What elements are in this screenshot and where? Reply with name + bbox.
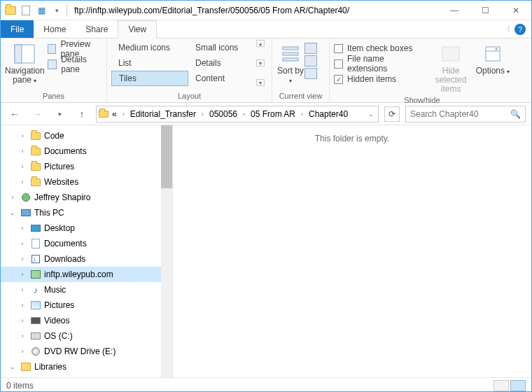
qat-newfolder-icon[interactable]: ▦ xyxy=(34,4,48,18)
camera-roll-icon xyxy=(30,377,41,377)
title-bar: ▦ ▾ ftp://inftp.wileypub.com/Editorial_T… xyxy=(1,1,531,20)
tree-code[interactable]: ›Code xyxy=(1,128,172,144)
recent-locations-button[interactable]: ▾ xyxy=(51,106,68,122)
svg-rect-4 xyxy=(283,58,298,61)
pictures-icon xyxy=(30,300,41,311)
layout-small-icons[interactable]: Small icons xyxy=(188,40,255,55)
tree-user[interactable]: ›Jeffrey Shapiro xyxy=(1,190,172,205)
user-icon xyxy=(20,192,31,203)
breadcrumb-4[interactable]: Chapter40 xyxy=(306,109,351,119)
qat-customize-icon[interactable]: ▾ xyxy=(50,4,64,18)
tree-scrollbar[interactable] xyxy=(161,125,172,377)
breadcrumb-overflow[interactable]: «› xyxy=(109,109,127,119)
svg-rect-3 xyxy=(283,52,298,55)
show-hide-group-label: Show/hide xyxy=(334,94,510,106)
qat-properties-icon[interactable] xyxy=(19,4,33,18)
ribbon: Navigation pane ▾ Preview pane Details p… xyxy=(1,38,531,103)
address-bar-row: ← → ▾ ↑ «› Editorial_Transfer› 050056› 0… xyxy=(1,103,531,125)
hide-selected-icon xyxy=(440,43,462,65)
close-button[interactable]: ✕ xyxy=(500,1,531,20)
folder-icon xyxy=(30,161,41,172)
preview-pane-icon xyxy=(48,44,57,54)
desktop-icon xyxy=(30,223,41,234)
app-icon xyxy=(4,4,18,18)
options-label: Options ▾ xyxy=(476,66,510,76)
address-bar[interactable]: «› Editorial_Transfer› 050056› 05 From A… xyxy=(96,106,379,122)
sort-by-label: Sort by ▾ xyxy=(276,66,304,85)
layout-medium-icons[interactable]: Medium icons xyxy=(111,40,188,55)
navigation-tree[interactable]: ›Code ›Documents ›Pictures ›Websites ›Je… xyxy=(1,125,173,377)
layout-content[interactable]: Content xyxy=(188,71,255,86)
menu-share[interactable]: Share xyxy=(76,20,118,38)
address-bar-dropdown-icon[interactable]: ⌄ xyxy=(365,111,377,118)
navigation-pane-button[interactable]: Navigation pane ▾ xyxy=(5,40,45,85)
options-button[interactable]: Options ▾ xyxy=(475,40,510,76)
options-icon xyxy=(482,43,504,65)
navigation-pane-label: Navigation pane ▾ xyxy=(5,66,45,85)
breadcrumb-1[interactable]: Editorial_Transfer› xyxy=(127,109,206,119)
layout-tiles[interactable]: Tiles xyxy=(111,71,188,86)
tree-music[interactable]: ›Music xyxy=(1,282,172,298)
menu-file[interactable]: File xyxy=(1,20,34,38)
tree-os-c[interactable]: ›OS (C:) xyxy=(1,328,172,344)
add-columns-icon[interactable] xyxy=(304,55,317,66)
minimize-button[interactable]: — xyxy=(439,1,470,20)
tree-pictures-2[interactable]: ›Pictures xyxy=(1,298,172,313)
tree-this-pc[interactable]: ⌄This PC xyxy=(1,205,172,220)
tree-desktop[interactable]: ›Desktop xyxy=(1,220,172,236)
forward-button: → xyxy=(29,106,46,122)
hidden-items-toggle[interactable]: ✓Hidden items xyxy=(334,72,426,86)
current-view-group-label: Current view xyxy=(276,90,325,102)
layout-group-label: Layout xyxy=(111,90,267,102)
tree-documents[interactable]: ›Documents xyxy=(1,144,172,159)
details-pane-icon xyxy=(48,59,57,69)
dvd-icon xyxy=(30,346,41,357)
tree-libraries[interactable]: ⌄Libraries xyxy=(1,359,172,374)
pc-icon xyxy=(20,207,31,218)
layout-scroll[interactable]: ▴▾▾ xyxy=(256,40,265,86)
music-icon xyxy=(30,284,41,295)
empty-folder-label: This folder is empty. xyxy=(315,134,389,144)
statusbar-tiles-view-button[interactable] xyxy=(510,380,526,391)
layout-list[interactable]: List xyxy=(111,55,188,71)
item-check-boxes-toggle[interactable]: Item check boxes xyxy=(334,41,426,55)
search-placeholder: Search Chapter40 xyxy=(410,109,478,119)
location-icon xyxy=(98,108,109,120)
window-title: ftp://inftp.wileypub.com/Editorial_Trans… xyxy=(71,6,349,15)
up-button[interactable]: ↑ xyxy=(74,106,90,122)
tree-dvd-drive[interactable]: ›DVD RW Drive (E:) xyxy=(1,344,172,359)
group-by-icon[interactable] xyxy=(304,43,317,54)
back-button[interactable]: ← xyxy=(6,106,23,122)
breadcrumb-3[interactable]: 05 From AR› xyxy=(248,109,306,119)
downloads-icon xyxy=(30,253,41,265)
file-name-extensions-toggle[interactable]: File name extensions xyxy=(334,57,426,71)
tree-videos[interactable]: ›Videos xyxy=(1,313,172,328)
svg-rect-1 xyxy=(15,45,22,63)
tree-camera-roll[interactable]: ›Camera Roll xyxy=(1,374,172,377)
status-item-count: 0 items xyxy=(6,381,34,391)
layout-details[interactable]: Details xyxy=(188,55,255,71)
search-box[interactable]: Search Chapter40 🔍 xyxy=(405,106,526,122)
statusbar-details-view-button[interactable] xyxy=(493,380,509,391)
svg-rect-2 xyxy=(283,47,298,50)
tree-documents-2[interactable]: ›Documents xyxy=(1,236,172,251)
collapse-ribbon-icon[interactable]: 〈 xyxy=(503,24,510,34)
help-icon[interactable]: ? xyxy=(514,24,526,35)
maximize-button[interactable]: ☐ xyxy=(470,1,500,20)
tree-downloads[interactable]: ›Downloads xyxy=(1,251,172,267)
navigation-pane-icon xyxy=(13,43,36,65)
menu-view[interactable]: View xyxy=(118,20,157,38)
details-pane-button[interactable]: Details pane xyxy=(45,57,102,72)
tree-websites[interactable]: ›Websites xyxy=(1,174,172,190)
breadcrumb-2[interactable]: 050056› xyxy=(206,109,248,119)
tree-pictures[interactable]: ›Pictures xyxy=(1,159,172,174)
sort-by-icon xyxy=(279,43,302,65)
search-icon: 🔍 xyxy=(510,109,521,119)
menu-home[interactable]: Home xyxy=(34,20,76,38)
sort-by-button[interactable]: Sort by ▾ xyxy=(276,40,304,85)
size-columns-icon[interactable] xyxy=(304,68,317,79)
tree-ftp-server[interactable]: ›inftp.wileypub.com xyxy=(1,267,172,282)
panes-group-label: Panes xyxy=(5,90,102,102)
hide-selected-items-button: Hide selected items xyxy=(430,40,471,94)
refresh-button[interactable]: ⟳ xyxy=(384,106,400,122)
